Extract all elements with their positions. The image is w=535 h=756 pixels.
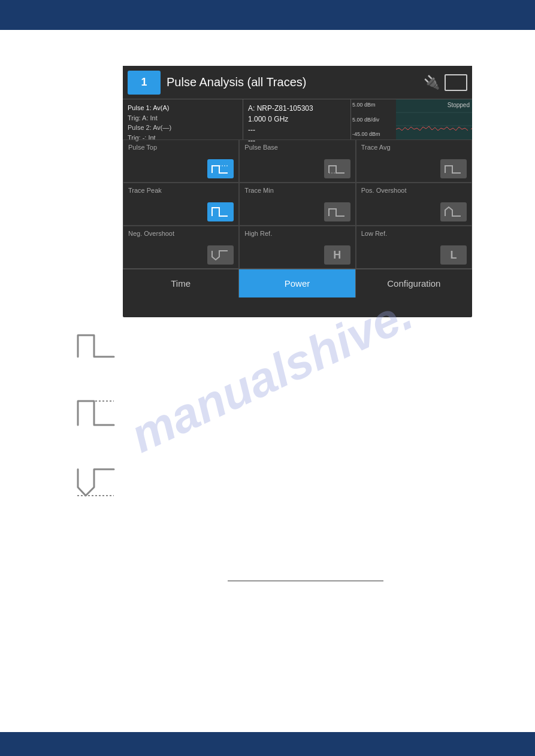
button-grid: Pulse Top Pulse Base — [123, 139, 472, 269]
pulse-top-icon-btn[interactable] — [207, 159, 234, 178]
standalone-icons-container — [75, 328, 117, 527]
trace-avg-svg — [444, 162, 463, 175]
trace-min-svg — [328, 205, 347, 218]
info-mid: A: NRP-Z81-105303 1.000 0 GHz --- --- — [243, 99, 350, 139]
neg-overshoot-icon-btn[interactable] — [207, 245, 234, 265]
mid-line3: --- — [248, 125, 346, 135]
pulse-top-svg — [211, 162, 230, 175]
chart-labels: 5.00 dBm 5.00 dB/div -45.00 dBm — [351, 99, 396, 139]
pulse1-label: Pulse 1: Av(A) — [128, 103, 238, 113]
frequency: 1.000 0 GHz — [248, 114, 346, 125]
standalone-neg-overshoot-svg — [75, 464, 117, 500]
btn-trace-peak[interactable]: Trace Peak — [123, 183, 239, 226]
btn-low-ref[interactable]: Low Ref. L — [356, 226, 472, 269]
high-ref-icon-btn[interactable]: H — [324, 245, 350, 265]
pulse-base-icon-btn[interactable] — [324, 159, 350, 178]
display-icon — [445, 74, 467, 91]
standalone-pulse-top — [75, 328, 117, 363]
standalone-trace-peak-svg — [75, 396, 117, 429]
standalone-pulse-top-svg — [75, 328, 117, 361]
instrument-panel: 1 Pulse Analysis (all Traces) 🔌 Pulse 1:… — [123, 66, 472, 317]
trace-min-icon-btn[interactable] — [324, 202, 350, 221]
chart-bot-label: -45.00 dBm — [352, 131, 395, 137]
trig-a-label: Trig: A: Int — [128, 113, 238, 123]
panel-title: Pulse Analysis (all Traces) — [167, 75, 418, 89]
info-row: Pulse 1: Av(A) Trig: A: Int Pulse 2: Av(… — [123, 99, 472, 139]
chart-area-container: 5.00 dBm 5.00 dB/div -45.00 dBm Stopped — [350, 99, 472, 139]
tab-configuration[interactable]: Configuration — [356, 269, 472, 297]
sensor-id: A: NRP-Z81-105303 — [248, 103, 346, 114]
btn-pulse-base[interactable]: Pulse Base — [239, 139, 355, 183]
trace-avg-icon-btn[interactable] — [440, 159, 467, 178]
chart-mid-label: 5.00 dB/div — [352, 117, 395, 123]
tab-time[interactable]: Time — [123, 269, 239, 297]
btn-trace-avg[interactable]: Trace Avg — [356, 139, 472, 183]
low-ref-icon-btn[interactable]: L — [440, 245, 467, 265]
panel-tabs: Time Power Configuration — [123, 269, 472, 297]
section-divider — [228, 581, 383, 581]
chart-display: Stopped — [396, 99, 472, 139]
pos-overshoot-svg — [444, 205, 463, 218]
btn-trace-min[interactable]: Trace Min — [239, 183, 355, 226]
pulse2-label: Pulse 2: Av(—) — [128, 123, 238, 133]
btn-pulse-top[interactable]: Pulse Top — [123, 139, 239, 183]
btn-high-ref[interactable]: High Ref. H — [239, 226, 355, 269]
pos-overshoot-icon-btn[interactable] — [440, 202, 467, 221]
btn-neg-overshoot[interactable]: Neg. Overshoot — [123, 226, 239, 269]
trace-peak-icon-btn[interactable] — [207, 202, 234, 221]
standalone-trace-peak — [75, 396, 117, 432]
pulse-base-svg — [328, 162, 347, 175]
chart-top-label: 5.00 dBm — [352, 102, 395, 108]
channel-badge[interactable]: 1 — [128, 71, 161, 95]
usb-icon: 🔌 — [424, 75, 440, 90]
bottom-bar — [0, 732, 535, 756]
standalone-neg-overshoot — [75, 464, 117, 503]
header-icons: 🔌 — [424, 74, 467, 91]
btn-pos-overshoot[interactable]: Pos. Overshoot — [356, 183, 472, 226]
chart-status: Stopped — [448, 102, 470, 108]
top-bar — [0, 0, 535, 30]
panel-header: 1 Pulse Analysis (all Traces) 🔌 — [123, 66, 472, 99]
trace-peak-svg — [211, 205, 230, 218]
info-left: Pulse 1: Av(A) Trig: A: Int Pulse 2: Av(… — [123, 99, 243, 139]
neg-overshoot-svg — [211, 248, 230, 262]
tab-power[interactable]: Power — [239, 269, 355, 297]
